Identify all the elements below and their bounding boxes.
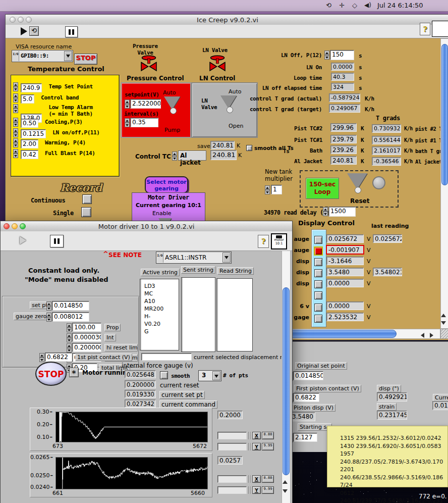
spinner[interactable] [13,118,18,127]
first-piston-contact-input[interactable]: 0.6822 [293,393,319,402]
string-display[interactable] [432,21,448,37]
scroll-down-arrow[interactable] [441,320,446,326]
dropdown-icon[interactable] [222,253,231,263]
menu-clock[interactable]: Jul 24 6:14:50 [377,2,423,9]
help-button[interactable]: ? [258,235,269,248]
gauge-zero-input[interactable]: 0.008012 [52,312,89,322]
ln-onoff-input[interactable]: 0.1215 [21,129,46,138]
stop-button[interactable]: STOP [35,362,67,386]
int-input[interactable]: 0.000030 [72,333,101,342]
spinner[interactable] [67,343,72,353]
spinner[interactable] [13,93,18,103]
dropdown-icon[interactable] [64,51,72,61]
continuous-checkbox[interactable] [82,194,92,204]
volume-icon[interactable]: ◀) [364,2,371,9]
display-toggle[interactable] [314,280,322,288]
spinner[interactable] [265,185,270,194]
motor-running-checkbox[interactable]: * [69,368,79,377]
list-item[interactable]: H- [144,313,179,320]
hi-reset-input[interactable]: 0.200000 [72,343,101,352]
list-item[interactable]: MC [144,290,179,297]
control-tc-spinner[interactable] [172,152,177,161]
control-tc-ring[interactable]: Al jacket [178,150,206,161]
pause-button[interactable] [50,235,64,247]
cur-sel-displacement-field[interactable] [141,353,192,361]
y-format-button[interactable]: 9.99 [262,486,274,494]
spinner[interactable] [46,301,51,311]
spinner[interactable] [13,149,18,158]
list-item[interactable]: MR200 [144,305,179,313]
temp-setpoint-input[interactable]: 240.9 [21,83,42,92]
motor-titlebar[interactable]: Motor driver 10 to 1 v9.0.2.vi [1,221,292,232]
display-toggle[interactable] [314,291,322,299]
stop-button[interactable]: STOP [74,54,97,65]
display-toggle[interactable] [314,258,322,266]
reset-indicator[interactable] [372,176,385,189]
dropdown-icon[interactable] [212,371,220,380]
display-toggle[interactable] [314,304,322,312]
original-setpoint-input[interactable]: 0.014850 [293,371,323,380]
reset-selector[interactable] [347,173,369,196]
set-pt-input[interactable]: 0.014850 [52,301,89,311]
ice-vscroll-thumb[interactable] [441,44,448,185]
ln-valve-icon[interactable] [208,54,227,74]
list-item[interactable]: A10 [144,297,179,305]
prop-input[interactable]: 100.00 [72,323,101,332]
first-pist-contact-input[interactable]: 0.6822 [45,353,72,362]
cursor-field[interactable] [217,475,247,483]
motor-vscroll-thumb[interactable] [283,287,290,475]
active-string-list[interactable]: LD3 MC A10 MR200 H- V0.20 G [140,279,179,350]
smooth-all-checkbox[interactable] [246,145,252,151]
control-band-input[interactable]: 5.0 [21,94,34,104]
display-toggle[interactable] [314,269,322,277]
spinner[interactable] [67,333,72,342]
y-scale-button[interactable]: Y [252,443,261,450]
motor-vscrollbar[interactable] [282,250,291,503]
spinner[interactable] [46,313,51,322]
x-format-button[interactable]: 8.88 [262,432,274,439]
list-item[interactable]: G [144,328,179,335]
display-toggle[interactable] [314,236,322,244]
ln-off-input[interactable]: 150 [330,50,354,60]
single-checkbox[interactable] [81,207,91,217]
pause-button[interactable] [65,26,78,37]
ln-mode-selector[interactable] [220,95,238,116]
read-string-list[interactable] [216,278,253,351]
loop-150s-button[interactable]: 150-sec Loop [306,178,339,199]
x-scale-button[interactable]: X [252,475,261,483]
y-format-button[interactable]: 9.99 [262,443,274,450]
smooth-checkbox[interactable] [160,371,168,379]
y-scale-button[interactable]: Y [252,486,261,494]
pressure-mode-selector[interactable] [164,96,181,117]
spinner[interactable] [125,118,130,127]
spinner[interactable] [13,82,18,91]
spinner[interactable] [13,128,18,137]
ice-vscrollbar[interactable] [440,38,448,329]
diamond-icon[interactable]: ◇ [352,2,357,9]
cross-icon[interactable]: ✛ [339,2,345,9]
warming-input[interactable]: 2.00 [21,139,38,148]
scroll-up-arrow[interactable] [283,479,288,485]
spinner[interactable] [323,207,328,216]
visa-resource-combo[interactable]: I/O GPIB0::9: [12,50,73,62]
spinner[interactable] [324,51,329,60]
new-tank-input[interactable]: 1 [271,185,282,194]
spinner[interactable] [67,323,72,332]
select-gearing-button[interactable]: Select motor gearing [145,176,188,193]
setpoint-input[interactable]: 2.522000 [130,99,161,109]
scroll-right-arrow[interactable] [430,331,433,340]
list-item[interactable]: V0.20 [144,320,179,328]
interval-input[interactable]: 0.35 [130,118,158,127]
x-format-button[interactable]: 8.88 [262,475,274,483]
help-button[interactable]: ? [420,23,430,35]
spinner[interactable] [39,353,44,362]
cursor-field[interactable] [217,486,247,494]
cursor-field[interactable] [217,432,247,439]
read-delay-input[interactable]: 1500 [328,207,356,217]
display-toggle-active[interactable] [314,247,322,255]
resize-grip[interactable] [440,329,448,339]
scroll-down-arrow[interactable] [283,488,288,494]
motor-visa-combo[interactable]: I/O ASRL1::INSTR [156,251,232,264]
ice-hscroll-thumb[interactable] [288,330,397,338]
vi-icon[interactable]: motor 10:1 [271,233,287,249]
